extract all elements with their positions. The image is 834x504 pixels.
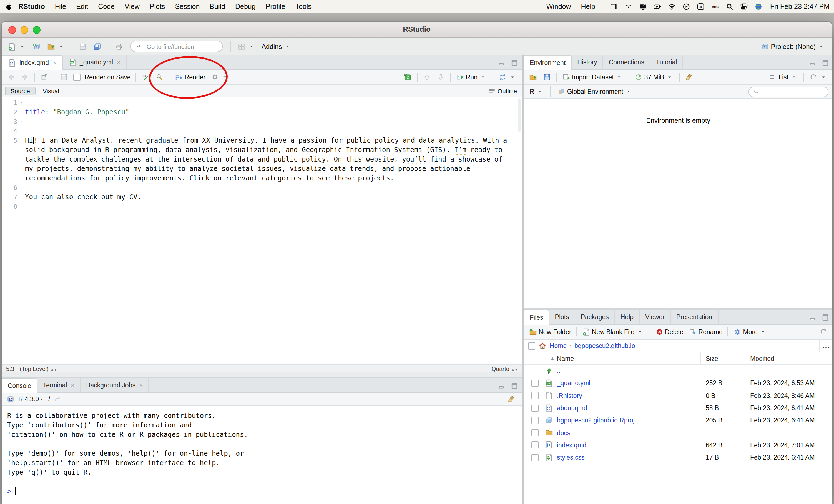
file-row[interactable]: index.qmd642 BFeb 23, 2024, 7:01 AM [524, 439, 832, 452]
tab-presentation[interactable]: Presentation [671, 310, 718, 324]
file-name-link[interactable]: styles.css [557, 454, 585, 461]
sidecar-icon[interactable] [609, 2, 619, 11]
fold-marker-icon[interactable]: ▾ [17, 98, 25, 108]
file-checkbox[interactable] [531, 417, 539, 424]
file-row[interactable]: about.qmd58 BFeb 23, 2024, 6:41 AM [524, 402, 832, 414]
tab-help[interactable]: Help [615, 310, 640, 324]
forward-button[interactable] [19, 72, 31, 83]
tab-connections[interactable]: Connections [603, 55, 651, 69]
goto-file-box[interactable] [131, 41, 223, 52]
menu-code[interactable]: Code [93, 3, 120, 10]
file-checkbox[interactable] [531, 380, 539, 387]
editor-line[interactable]: recommendations for policy improvements.… [2, 174, 522, 183]
wifi-icon[interactable] [667, 2, 677, 11]
find-replace-button[interactable] [154, 72, 166, 83]
file-checkbox[interactable] [531, 454, 539, 461]
size-column-header[interactable]: Size [706, 355, 718, 362]
tab-history[interactable]: History [572, 55, 603, 69]
file-row[interactable]: .. [524, 365, 832, 377]
editor-line[interactable]: 8 [2, 202, 522, 211]
minimize-pane-icon[interactable] [498, 381, 506, 390]
tab-environment[interactable]: Environment [524, 55, 572, 70]
minimize-pane-icon[interactable] [809, 58, 817, 67]
editor-line[interactable]: 6 [2, 183, 522, 192]
file-checkbox[interactable] [531, 441, 539, 449]
new-blank-file-button[interactable]: New Blank File [580, 326, 646, 338]
breadcrumb-home-link[interactable]: Home [550, 342, 567, 349]
editor-line[interactable]: my projects, demonstrating my ability to… [2, 164, 522, 174]
screen-record-icon[interactable] [681, 2, 691, 11]
breadcrumb-folder-link[interactable]: bgpopescu2.github.io [574, 342, 635, 349]
tab-files[interactable]: Files [524, 310, 549, 325]
list-view-button[interactable]: List [767, 72, 800, 83]
menu-debug[interactable]: Debug [230, 3, 261, 10]
import-dataset-button[interactable]: Import Dataset [560, 72, 626, 83]
tab-packages[interactable]: Packages [575, 310, 615, 324]
open-file-button[interactable] [45, 41, 67, 52]
file-row[interactable]: .Rhistory0 BFeb 23, 2024, 8:46 AM [524, 389, 832, 402]
file-name-link[interactable]: docs [557, 429, 571, 436]
abc-input-icon[interactable]: ABC [710, 2, 720, 11]
file-row[interactable]: CSSstyles.css17 BFeb 23, 2024, 6:41 AM [524, 451, 832, 464]
file-name-link[interactable]: _quarto.yml [557, 380, 590, 387]
meeting-globe-icon[interactable] [753, 2, 764, 11]
file-checkbox[interactable] [531, 392, 539, 399]
load-workspace-button[interactable] [527, 72, 539, 83]
editor-line[interactable]: 1▾--- [2, 98, 522, 108]
file-name-link[interactable]: bgpopescu2.github.io.Rproj [557, 417, 635, 424]
close-icon[interactable]: × [139, 382, 143, 389]
file-row[interactable]: Rbgpopescu2.github.io.Rproj205 BFeb 23, … [524, 414, 832, 427]
breadcrumb-more-button[interactable]: ... [819, 340, 832, 352]
name-column-header[interactable]: ▲Name [550, 355, 574, 362]
tab-background-jobs[interactable]: Background Jobs× [81, 378, 149, 392]
file-name-link[interactable]: about.qmd [557, 405, 587, 411]
go-prev-section-button[interactable] [421, 72, 433, 83]
goto-file-input[interactable] [146, 43, 209, 50]
menu-clock[interactable]: Fri Feb 23 2:47 PM [767, 3, 830, 10]
source-view-button[interactable]: Source [5, 86, 36, 95]
menu-help[interactable]: Help [576, 3, 600, 10]
editor-tab-index-qmd[interactable]: index.qmd× [2, 55, 63, 70]
more-actions-button[interactable]: More [731, 326, 769, 338]
menu-plots[interactable]: Plots [145, 3, 170, 10]
new-project-button[interactable]: R [30, 41, 43, 52]
clear-console-button[interactable] [505, 393, 518, 405]
render-button[interactable]: Render [173, 72, 207, 83]
insert-chunk-button[interactable]: C [401, 72, 414, 83]
console-output[interactable]: R is a collaborative project with many c… [2, 406, 522, 496]
goto-directory-icon[interactable] [53, 395, 62, 404]
select-all-checkbox[interactable] [528, 342, 535, 349]
tab-terminal[interactable]: Terminal× [37, 378, 81, 392]
file-name-link[interactable]: .. [557, 367, 561, 374]
menu-rstudio[interactable]: RStudio [13, 3, 50, 10]
scope-selector[interactable]: (Top Level) ▲▼ [20, 365, 57, 372]
display-icon[interactable] [638, 2, 648, 11]
editor-line[interactable]: solid background in R programming, data … [2, 145, 522, 155]
code-editor[interactable]: 1▾---2title: "Bogdan G. Popescu"3▴---45H… [2, 97, 522, 364]
language-selector[interactable]: R [528, 86, 546, 97]
console-prompt[interactable]: > [7, 487, 522, 496]
spellcheck-button[interactable]: ABC [140, 72, 152, 83]
go-next-section-button[interactable] [435, 72, 447, 83]
save-button[interactable] [76, 41, 89, 52]
spotlight-icon[interactable] [725, 2, 734, 11]
maximize-pane-icon[interactable] [510, 58, 519, 67]
file-mode-selector[interactable]: Quarto ▲▼ [491, 365, 518, 372]
menu-edit[interactable]: Edit [71, 3, 93, 10]
menu-profile[interactable]: Profile [261, 3, 290, 10]
addins-button[interactable]: Addins [260, 41, 293, 52]
file-checkbox[interactable] [531, 429, 539, 436]
editor-line[interactable]: tackle the complex challenges at the int… [2, 155, 522, 164]
apple-icon[interactable] [4, 2, 13, 11]
render-on-save-checkbox[interactable]: Render on Save [72, 72, 132, 82]
menu-window[interactable]: Window [541, 3, 576, 10]
environment-search-box[interactable] [748, 86, 829, 97]
back-button[interactable] [5, 72, 17, 83]
visual-view-button[interactable]: Visual [38, 87, 64, 95]
fold-marker-icon[interactable]: ▴ [17, 117, 25, 127]
battery-icon[interactable] [653, 2, 662, 11]
close-icon[interactable]: × [71, 382, 74, 389]
editor-scrollbar[interactable] [518, 98, 521, 132]
control-center-icon[interactable] [739, 2, 749, 11]
menu-build[interactable]: Build [205, 3, 230, 10]
